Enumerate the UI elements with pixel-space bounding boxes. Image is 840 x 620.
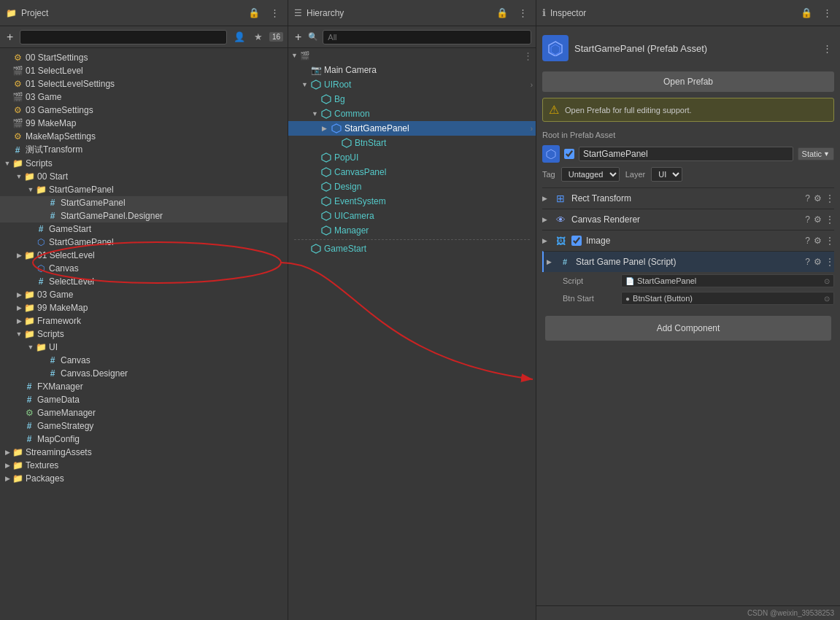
h-chevron-UIRoot[interactable]: › bbox=[531, 81, 533, 89]
rect-settings-icon[interactable]: ⚙ bbox=[814, 193, 822, 204]
image-more-icon[interactable]: ⋮ bbox=[825, 236, 834, 246]
go-active-checkbox[interactable] bbox=[564, 149, 574, 159]
project-item-GameData[interactable]: #GameData bbox=[0, 393, 288, 406]
project-item-Packages[interactable]: ▶📁Packages bbox=[0, 472, 288, 485]
project-item-GameManager[interactable]: ⚙GameManager bbox=[0, 406, 288, 419]
svg-marker-5 bbox=[322, 153, 331, 162]
sgp-name: Start Game Panel (Script) bbox=[576, 257, 801, 267]
svg-marker-13 bbox=[551, 44, 560, 55]
hierarchy-item-StartGamePanel[interactable]: ▶StartGamePanel› bbox=[288, 121, 536, 136]
sgp-more-icon[interactable]: ⋮ bbox=[825, 257, 834, 267]
project-item-00Start[interactable]: ▼📁00 Start bbox=[0, 170, 288, 183]
go-name-field[interactable] bbox=[579, 147, 793, 161]
static-button[interactable]: Static ▼ bbox=[798, 147, 834, 160]
star-icon[interactable]: ★ bbox=[252, 30, 265, 44]
hierarchy-item-BtnStart[interactable]: BtnStart bbox=[288, 136, 536, 150]
static-label: Static bbox=[802, 150, 822, 158]
project-item-StartGamePanel_folder[interactable]: ▼📁StartGamePanel bbox=[0, 183, 288, 196]
image-arrow[interactable]: ▶ bbox=[542, 237, 550, 244]
hierarchy-item-GameStart[interactable]: GameStart bbox=[288, 241, 536, 256]
image-help-icon[interactable]: ? bbox=[805, 236, 810, 246]
project-item-GameStrategy[interactable]: #GameStrategy bbox=[0, 419, 288, 433]
project-item-Framework[interactable]: ▶📁Framework bbox=[0, 314, 288, 328]
h-icon-BtnStart bbox=[341, 137, 352, 149]
sgp-arrow[interactable]: ▶ bbox=[547, 258, 554, 266]
project-item-StartGamePanel_designer[interactable]: #StartGamePanel.Designer bbox=[0, 209, 288, 222]
canvas-renderer-arrow[interactable]: ▶ bbox=[542, 216, 550, 223]
image-settings-icon[interactable]: ⚙ bbox=[814, 236, 822, 246]
filter-icon[interactable]: 👤 bbox=[231, 30, 247, 44]
add-button[interactable]: + bbox=[4, 31, 15, 44]
project-item-99MakeMap[interactable]: 🎬99 MakeMap bbox=[0, 117, 288, 130]
project-item-99MakeMap_folder[interactable]: ▶📁99 MakeMap bbox=[0, 301, 288, 314]
scene-more[interactable]: ⋮ bbox=[523, 50, 533, 61]
h-chevron-StartGamePanel[interactable]: › bbox=[531, 125, 533, 133]
project-item-StreamingAssets[interactable]: ▶📁StreamingAssets bbox=[0, 446, 288, 459]
layer-dropdown[interactable]: UI bbox=[651, 167, 682, 182]
lock-icon-insp[interactable]: 🔒 bbox=[798, 6, 814, 20]
project-item-03Game_folder[interactable]: ▶📁03 Game bbox=[0, 288, 288, 301]
hierarchy-search-input[interactable] bbox=[323, 30, 531, 44]
project-item-03GameSettings[interactable]: ⚙03 GameSettings bbox=[0, 104, 288, 117]
project-item-StartGamePanel_prefab[interactable]: ⬡StartGamePanel bbox=[0, 236, 288, 249]
sgp-help-icon[interactable]: ? bbox=[805, 257, 810, 267]
hash-icon-StartGamePanel_script: # bbox=[47, 197, 58, 209]
project-item-01SelectLevelSettings[interactable]: ⚙01 SelectLevelSettings bbox=[0, 77, 288, 90]
rect-transform-arrow[interactable]: ▶ bbox=[542, 195, 550, 202]
component-image: ▶ 🖼 Image ? ⚙ ⋮ bbox=[542, 230, 834, 251]
settings-icon-01SelectLevelSettings: ⚙ bbox=[12, 78, 23, 90]
object-header: StartGamePanel (Prefab Asset) ⋮ bbox=[542, 32, 834, 64]
hierarchy-item-Design[interactable]: Design bbox=[288, 179, 536, 194]
more-icon-h[interactable]: ⋮ bbox=[516, 6, 530, 20]
hierarchy-item-Bg[interactable]: Bg bbox=[288, 92, 536, 106]
more-icon[interactable]: ⋮ bbox=[268, 6, 282, 20]
project-item-03Game[interactable]: 🎬03 Game bbox=[0, 90, 288, 104]
lock-icon[interactable]: 🔒 bbox=[246, 6, 262, 20]
tag-dropdown[interactable]: Untagged bbox=[561, 167, 620, 182]
project-item-00StartSettings[interactable]: ⚙00 StartSettings bbox=[0, 51, 288, 64]
project-item-Canvas[interactable]: ⬡Canvas bbox=[0, 262, 288, 275]
canvas-more-icon[interactable]: ⋮ bbox=[825, 214, 834, 225]
hierarchy-item-MainCamera[interactable]: 📷Main Camera bbox=[288, 63, 536, 77]
script-field-btnstart: Btn Start ● BtnStart (Button) ⊙ bbox=[542, 290, 834, 307]
hierarchy-scene-root[interactable]: ▼ 🎬 ⋮ bbox=[288, 48, 536, 63]
hierarchy-item-EventSystem[interactable]: EventSystem bbox=[288, 194, 536, 209]
project-item-StartGamePanel_script[interactable]: #StartGamePanel bbox=[0, 196, 288, 209]
open-prefab-button[interactable]: Open Prefab bbox=[542, 71, 834, 92]
hierarchy-add-btn[interactable]: + bbox=[293, 31, 304, 44]
folder-icon-StartGamePanel_folder: 📁 bbox=[35, 184, 47, 195]
project-item-MakeMapSettings[interactable]: ⚙MakeMapSettings bbox=[0, 130, 288, 143]
project-item-01SelectLevel_folder[interactable]: ▶📁01 SelectLevel bbox=[0, 249, 288, 262]
rect-help-icon[interactable]: ? bbox=[805, 193, 810, 204]
more-icon-obj[interactable]: ⋮ bbox=[820, 42, 834, 55]
hierarchy-item-Common[interactable]: ▼Common bbox=[288, 106, 536, 121]
project-item-GameStart[interactable]: #GameStart bbox=[0, 222, 288, 236]
add-component-button[interactable]: Add Component bbox=[545, 316, 831, 341]
project-item-TestTransform[interactable]: #测试Transform bbox=[0, 143, 288, 157]
hierarchy-item-UIRoot[interactable]: ▼UIRoot› bbox=[288, 77, 536, 92]
hierarchy-item-Manager[interactable]: Manager bbox=[288, 223, 536, 238]
canvas-help-icon[interactable]: ? bbox=[805, 214, 810, 225]
project-search-input[interactable] bbox=[20, 30, 227, 44]
project-item-01SelectLevel[interactable]: 🎬01 SelectLevel bbox=[0, 64, 288, 77]
project-item-Canvas_designer[interactable]: #Canvas.Designer bbox=[0, 367, 288, 380]
canvas-settings-icon[interactable]: ⚙ bbox=[814, 214, 822, 225]
rect-more-icon[interactable]: ⋮ bbox=[825, 193, 834, 204]
project-item-Canvas2[interactable]: #Canvas bbox=[0, 354, 288, 367]
sgp-settings-icon[interactable]: ⚙ bbox=[814, 257, 822, 267]
project-item-FXManager[interactable]: #FXManager bbox=[0, 380, 288, 393]
hierarchy-item-PopUI[interactable]: PopUI bbox=[288, 150, 536, 165]
image-active-checkbox[interactable] bbox=[571, 236, 582, 246]
more-icon-insp[interactable]: ⋮ bbox=[820, 6, 834, 20]
hierarchy-item-CanvasPanel[interactable]: CanvasPanel bbox=[288, 165, 536, 179]
svg-marker-7 bbox=[322, 182, 331, 191]
arrow-00Start: ▼ bbox=[15, 173, 23, 180]
lock-icon-h[interactable]: 🔒 bbox=[494, 6, 510, 20]
project-item-Scripts2[interactable]: ▼📁Scripts bbox=[0, 328, 288, 341]
project-item-UI[interactable]: ▼📁UI bbox=[0, 341, 288, 354]
project-item-Textures[interactable]: ▶📁Textures bbox=[0, 459, 288, 472]
project-item-MapConfig[interactable]: #MapConfig bbox=[0, 433, 288, 446]
project-item-SelectLevel[interactable]: #SelectLevel bbox=[0, 275, 288, 288]
hierarchy-item-UICamera[interactable]: UICamera bbox=[288, 209, 536, 223]
project-item-Scripts[interactable]: ▼📁Scripts bbox=[0, 157, 288, 170]
